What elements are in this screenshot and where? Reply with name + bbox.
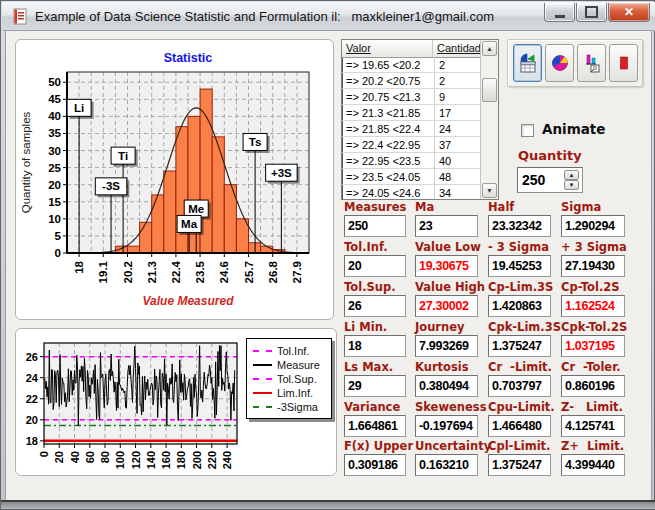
legend-line-sample <box>253 406 272 408</box>
cell-cantidad: 40 <box>435 153 481 168</box>
field-measures-input[interactable]: 250 <box>344 215 406 237</box>
field-cr-toler-input[interactable]: 0.860196 <box>561 375 625 397</box>
field-3-sigma-input[interactable]: 27.19430 <box>561 255 625 277</box>
svg-text:25: 25 <box>48 162 61 174</box>
svg-text:24: 24 <box>26 372 39 384</box>
field-cpl-limit-input[interactable]: 1.375247 <box>488 454 551 476</box>
stop-icon <box>614 53 634 73</box>
field-value-low-input[interactable]: 19.30675 <box>415 255 478 277</box>
maximize-icon <box>585 6 598 18</box>
title-bar[interactable]: Example of Data Science Statistic and Fo… <box>2 2 655 31</box>
field-kurtosis-value: 0.380494 <box>416 376 477 393</box>
field-3-sigma-label: - 3 Sigma <box>488 240 549 254</box>
field-cr-limit-input[interactable]: 0.703797 <box>488 375 551 397</box>
minimize-icon <box>555 15 565 18</box>
field-li-min-input[interactable]: 18 <box>344 335 406 357</box>
scroll-thumb[interactable] <box>482 78 497 102</box>
cell-cantidad: 2 <box>435 73 481 88</box>
field-cp-lim-3s-input[interactable]: 1.420863 <box>488 295 551 317</box>
legend-item--3sigma: -3Sigma <box>253 400 326 414</box>
legend-line-sample <box>253 350 272 352</box>
svg-text:160: 160 <box>160 451 172 469</box>
pie-chart-button[interactable] <box>545 44 574 82</box>
field-uncertainty-label: Uncertainty <box>415 439 491 453</box>
field-tol-sup-input[interactable]: 26 <box>344 295 406 317</box>
field-cpk-lim-3s-input[interactable]: 1.375247 <box>488 335 551 357</box>
column-header-valor[interactable]: Valor <box>342 40 433 57</box>
field-journey-input[interactable]: 7.993269 <box>415 335 478 357</box>
field-cpu-limit-input[interactable]: 1.466480 <box>488 415 551 437</box>
table-row[interactable]: => 19.65 <20.22 <box>342 57 481 73</box>
field-z-limit-input[interactable]: 4.399440 <box>561 454 625 476</box>
stop-button[interactable] <box>609 44 638 82</box>
field-cp-tol-2s-input[interactable]: 1.162524 <box>561 295 625 317</box>
field-half-input[interactable]: 23.32342 <box>488 215 551 237</box>
field-z-limit-input[interactable]: 4.125741 <box>561 415 625 437</box>
spin-up-button[interactable]: ▲ <box>564 170 579 180</box>
svg-text:Statistic: Statistic <box>164 51 213 65</box>
field-ma-input[interactable]: 23 <box>415 215 478 237</box>
svg-text:19.1: 19.1 <box>97 260 109 283</box>
svg-text:26: 26 <box>26 351 38 363</box>
table-row[interactable]: => 21.85 <22.424 <box>342 121 481 137</box>
field-f-x-upper-label: F(x) Upper <box>344 439 413 453</box>
svg-text:Value Measured: Value Measured <box>143 294 235 308</box>
table-row[interactable]: => 22.95 <23.540 <box>342 153 481 169</box>
field-cr-limit-value: 0.703797 <box>489 376 550 393</box>
quantity-value[interactable]: 250 <box>522 172 545 188</box>
scroll-up-button[interactable]: ▲ <box>482 41 497 56</box>
field-f-x-upper-input[interactable]: 0.309186 <box>344 454 406 476</box>
svg-text:-3S: -3S <box>102 180 120 192</box>
bar-chart-report-button[interactable] <box>577 44 606 82</box>
field-value-high-input[interactable]: 27.30002 <box>415 295 478 317</box>
field-tol-inf-label: Tol.Inf. <box>344 240 388 254</box>
field-measures-label: Measures <box>344 200 406 214</box>
svg-text:Li: Li <box>74 102 84 114</box>
table-row[interactable]: => 24.05 <24.634 <box>342 185 481 199</box>
field-skeweness-input[interactable]: -0.197694 <box>415 415 478 437</box>
field-cpk-lim-3s-label: Cpk-Lim.3S <box>488 320 561 334</box>
cell-valor: => 20.2 <20.75 <box>342 73 435 88</box>
quantity-spinner[interactable]: 250 ▲ ▼ <box>517 167 583 193</box>
table-row[interactable]: => 20.75 <21.39 <box>342 89 481 105</box>
cell-valor: => 23.5 <24.05 <box>342 169 435 184</box>
field-journey-value: 7.993269 <box>416 336 477 353</box>
window-title: Example of Data Science Statistic and Fo… <box>35 9 494 24</box>
svg-text:+3S: +3S <box>271 167 292 179</box>
table-row[interactable]: => 22.4 <22.9537 <box>342 137 481 153</box>
legend-line-sample <box>253 392 272 394</box>
field-tol-inf-input[interactable]: 20 <box>344 255 406 277</box>
field-variance-input[interactable]: 1.664861 <box>344 415 406 437</box>
field-cpu-limit-label: Cpu-Limit. <box>488 400 555 414</box>
table-body: => 19.65 <20.22=> 20.2 <20.752=> 20.75 <… <box>342 57 481 199</box>
svg-text:20: 20 <box>53 451 65 463</box>
minimize-button[interactable] <box>544 3 575 22</box>
animate-checkbox[interactable] <box>521 124 534 137</box>
table-row[interactable]: => 23.5 <24.0548 <box>342 169 481 185</box>
field-sigma-input[interactable]: 1.290294 <box>561 215 625 237</box>
legend-label: Tol.Inf. <box>277 345 309 357</box>
field-tol-inf-value: 20 <box>345 256 405 273</box>
cell-valor: => 22.4 <22.95 <box>342 137 435 152</box>
spin-down-button[interactable]: ▼ <box>564 180 579 190</box>
field-f-x-upper-value: 0.309186 <box>345 455 405 472</box>
field-ls-max-input[interactable]: 29 <box>344 375 406 397</box>
chart-and-table-button[interactable] <box>513 44 542 82</box>
maximize-button[interactable] <box>576 3 607 22</box>
table-scrollbar[interactable]: ▲ ▼ <box>480 40 498 199</box>
field-half-value: 23.32342 <box>489 216 550 233</box>
svg-text:100: 100 <box>114 451 126 469</box>
field-kurtosis-input[interactable]: 0.380494 <box>415 375 478 397</box>
field-ma-value: 23 <box>416 216 477 233</box>
column-header-cantidad[interactable]: Cantidad <box>433 40 481 57</box>
scroll-down-button[interactable]: ▼ <box>482 183 497 198</box>
field-cpk-tol-2s-input[interactable]: 1.037195 <box>561 335 625 357</box>
field-3-sigma-input[interactable]: 19.45253 <box>488 255 551 277</box>
field-kurtosis-label: Kurtosis <box>415 360 469 374</box>
close-button[interactable]: ✕ <box>608 3 650 22</box>
table-row[interactable]: => 21.3 <21.8517 <box>342 105 481 121</box>
field-uncertainty-input[interactable]: 0.163210 <box>415 454 478 476</box>
svg-text:200: 200 <box>191 451 203 469</box>
cell-cantidad: 48 <box>435 169 481 184</box>
table-row[interactable]: => 20.2 <20.752 <box>342 73 481 89</box>
